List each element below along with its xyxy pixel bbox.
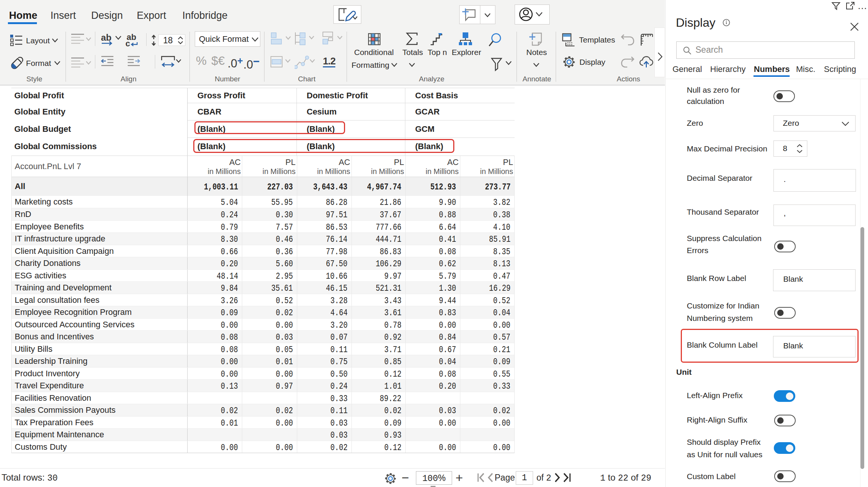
svg-text:c: c: [125, 39, 130, 47]
svg-text:ab: ab: [101, 34, 112, 43]
